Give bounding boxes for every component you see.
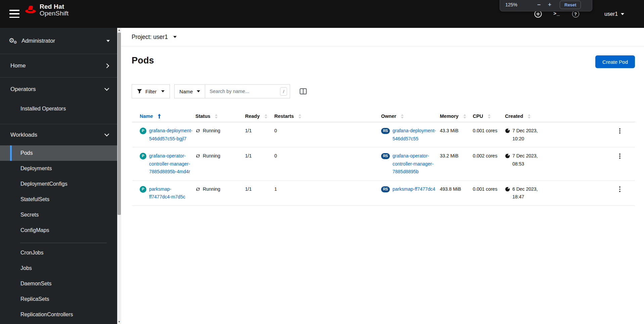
owner-link[interactable]: parksmap-ff7477dc4 [393, 185, 437, 193]
sidebar-section-operators: Operators Installed Operators [0, 78, 117, 124]
zoom-in-button[interactable]: + [544, 2, 555, 8]
column-header-actions [616, 110, 635, 122]
memory-cell: 493.8 MiB [440, 180, 473, 205]
ready-cell: 1/1 [245, 180, 274, 205]
pod-name-link[interactable]: grafana-operator-controller-manager-7885… [149, 152, 193, 176]
column-header-filler [555, 110, 616, 122]
main-content: Project: user1 Pods Create Pod Filter Na… [121, 28, 644, 324]
scroll-up-arrow-icon[interactable]: ▲ [117, 28, 121, 32]
table-row: P parksmap-ff7477dc4-m7d5c Running 1/1 1… [132, 180, 635, 205]
create-pod-button[interactable]: Create Pod [595, 55, 635, 68]
sync-running-icon [195, 128, 200, 133]
chevron-down-icon [106, 40, 110, 42]
chevron-down-icon[interactable] [173, 36, 177, 38]
sort-icon [215, 114, 218, 119]
created-text: 7 Dec 2023, 10:20 [512, 127, 544, 143]
search-input[interactable] [210, 89, 280, 94]
kebab-menu-button[interactable] [616, 185, 624, 193]
pod-badge: P [140, 186, 146, 193]
owner-link[interactable]: grafana-deployment-546dd57c55 [393, 127, 437, 143]
replicaset-badge: RS [381, 153, 390, 159]
column-header-restarts[interactable]: Restarts [274, 110, 381, 122]
sidebar-item-deploymentconfigs[interactable]: DeploymentConfigs [0, 176, 117, 192]
sidebar-item-deployments[interactable]: Deployments [0, 161, 117, 176]
perspective-switcher[interactable]: ⚙ ⚙ Administrator [0, 28, 117, 54]
sort-icon [528, 114, 531, 119]
restarts-cell: 0 [274, 122, 381, 147]
hamburger-menu-icon[interactable] [9, 9, 19, 18]
pods-table: Name Status Ready Restarts Owner Memory … [132, 110, 635, 206]
column-header-ready[interactable]: Ready [245, 110, 274, 122]
sidebar-item-operators[interactable]: Operators [0, 78, 117, 101]
sidebar-item-pods[interactable]: Pods [0, 145, 117, 161]
sidebar-item-installed-operators[interactable]: Installed Operators [0, 101, 117, 117]
scrollbar-thumb[interactable] [118, 33, 121, 215]
table-row: P grafana-operator-controller-manager-78… [132, 147, 635, 181]
search-attribute-dropdown[interactable]: Name [174, 84, 205, 98]
sort-icon [463, 114, 466, 119]
openshift-console: Red Hat OpenShift >_ ? user1 125% − + R [0, 0, 644, 324]
column-management-icon[interactable] [299, 87, 307, 95]
brand-line-1: Red Hat [40, 3, 68, 10]
status-text: Running [203, 185, 220, 193]
column-header-cpu[interactable]: CPU [473, 110, 505, 122]
sort-icon [401, 114, 404, 119]
sidebar-item-home[interactable]: Home [0, 54, 117, 78]
sidebar-item-workloads[interactable]: Workloads [0, 124, 117, 145]
page-title: Pods [132, 55, 154, 66]
timestamp-globe-icon [505, 153, 510, 158]
scroll-down-arrow-icon[interactable]: ▼ [117, 320, 121, 324]
kebab-menu-button[interactable] [616, 127, 624, 135]
owner-link[interactable]: grafana-operator-controller-manager-7885… [393, 152, 437, 176]
status-text: Running [203, 152, 220, 160]
created-text: 7 Dec 2023, 08:53 [512, 152, 544, 168]
column-header-owner[interactable]: Owner [381, 110, 440, 122]
ready-cell: 1/1 [245, 147, 274, 181]
cpu-cell: 0.002 cores [473, 147, 505, 181]
restarts-cell: 0 [274, 147, 381, 181]
sort-asc-arrow-icon [158, 114, 161, 119]
sidebar-item-secrets[interactable]: Secrets [0, 207, 117, 223]
sidebar-item-replicationcontrollers[interactable]: ReplicationControllers [0, 307, 117, 322]
filter-dropdown[interactable]: Filter [132, 84, 170, 98]
chevron-down-icon [197, 90, 200, 92]
nav-group-divider [20, 243, 107, 243]
perspective-label: Administrator [21, 38, 102, 44]
pod-badge: P [140, 128, 146, 134]
sort-icon [298, 114, 301, 119]
sidebar-nav: ⚙ ⚙ Administrator Home Operators Install… [0, 28, 117, 324]
sync-running-icon [195, 153, 200, 158]
column-header-name[interactable]: Name [132, 110, 195, 122]
column-header-status[interactable]: Status [195, 110, 245, 122]
ready-cell: 1/1 [245, 122, 274, 147]
sidebar-item-cronjobs[interactable]: CronJobs [0, 245, 117, 261]
pod-name-link[interactable]: grafana-deployment-546dd57c55-bgjl7 [149, 127, 193, 143]
zoom-reset-button[interactable]: Reset [560, 1, 581, 9]
pod-name-link[interactable]: parksmap-ff7477dc4-m7d5c [149, 185, 193, 201]
sidebar-item-daemonsets[interactable]: DaemonSets [0, 276, 117, 291]
cpu-cell: 0.001 cores [473, 180, 505, 205]
kebab-menu-button[interactable] [616, 152, 624, 160]
sidebar-item-configmaps[interactable]: ConfigMaps [0, 223, 117, 238]
gears-icon: ⚙ ⚙ [9, 37, 17, 45]
sidebar-item-statefulsets[interactable]: StatefulSets [0, 192, 117, 207]
sidebar-item-replicasets[interactable]: ReplicaSets [0, 291, 117, 307]
sync-running-icon [195, 187, 200, 192]
zoom-out-button[interactable]: − [534, 2, 544, 8]
status-text: Running [203, 127, 220, 135]
created-text: 6 Dec 2023, 18:47 [512, 185, 544, 201]
sidebar-scrollbar[interactable]: ▲ ▼ [117, 28, 121, 324]
sidebar-item-jobs[interactable]: Jobs [0, 261, 117, 276]
sort-icon [488, 114, 491, 119]
toolbar: Filter Name / [132, 84, 644, 98]
project-selector[interactable]: Project: user1 [132, 34, 168, 41]
redhat-fedora-icon [24, 5, 37, 16]
replicaset-badge: RS [381, 128, 390, 134]
user-menu[interactable]: user1 [604, 0, 624, 28]
replicaset-badge: RS [381, 186, 390, 192]
column-header-memory[interactable]: Memory [440, 110, 473, 122]
browser-zoom-popup: 125% − + Reset [500, 0, 592, 11]
column-header-created[interactable]: Created [505, 110, 555, 122]
zoom-level: 125% [505, 2, 534, 7]
brand-line-2: OpenShift [40, 10, 68, 17]
